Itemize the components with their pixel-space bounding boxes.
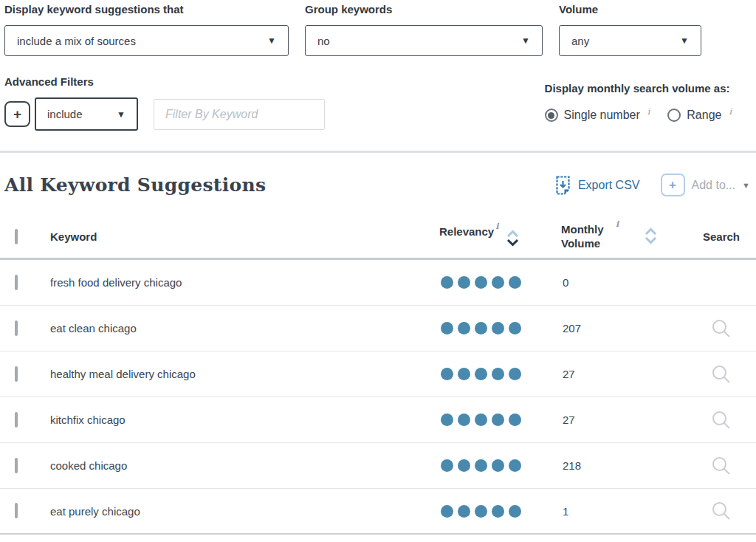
relevancy-dot (509, 505, 521, 518)
volume-display-label: Display monthly search volume as: (545, 82, 732, 95)
relevancy-dot (441, 505, 453, 518)
relevancy-dot (475, 459, 487, 472)
filter-group-dropdown[interactable]: no ▼ (305, 25, 543, 56)
info-icon[interactable]: i (495, 222, 498, 231)
keyword-text: fresh food delivery chicago (35, 276, 436, 289)
relevancy-dot (475, 368, 487, 380)
info-icon[interactable]: i (616, 219, 619, 229)
table-row: kitchfix chicago 27 (0, 397, 756, 443)
table-row: cooked chicago 218 (0, 443, 756, 489)
section-header: All Keyword Suggestions Export CSV + Add… (0, 174, 756, 196)
search-keyword-button[interactable] (710, 318, 732, 340)
row-checkbox[interactable] (15, 412, 18, 428)
search-icon (710, 318, 732, 340)
page-title: All Keyword Suggestions (4, 174, 266, 196)
table-row: healthy meal delivery chicago 27 (0, 351, 756, 397)
filter-group-label: Group keywords (305, 3, 543, 16)
filter-mode-dropdown[interactable]: include ▼ (35, 97, 138, 131)
plus-icon: + (661, 174, 685, 196)
filter-volume-value: any (571, 35, 589, 47)
column-header-search: Search (687, 230, 756, 243)
filters-row: Display keyword suggestions that include… (0, 0, 756, 56)
relevancy-dot (492, 505, 504, 518)
column-header-monthly-volume: Monthly Volume i (550, 223, 687, 251)
filter-by-keyword-input[interactable] (154, 99, 325, 130)
chevron-down-icon: ▼ (521, 36, 530, 45)
section-divider (0, 151, 756, 153)
row-checkbox[interactable] (15, 320, 18, 336)
relevancy-dots (436, 505, 550, 518)
radio-range[interactable]: Range i (667, 109, 732, 122)
row-checkbox[interactable] (15, 503, 18, 518)
search-keyword-button[interactable] (710, 363, 732, 385)
search-keyword-button[interactable] (710, 455, 732, 477)
filter-volume-dropdown[interactable]: any ▼ (559, 25, 701, 56)
relevancy-dot (492, 322, 504, 335)
relevancy-dot (475, 322, 487, 335)
info-icon[interactable]: i (647, 107, 650, 117)
search-icon (710, 409, 732, 431)
row-checkbox[interactable] (15, 458, 18, 473)
keyword-text: eat purely chicago (35, 505, 436, 518)
filter-volume-label: Volume (559, 3, 701, 16)
radio-icon (545, 109, 558, 122)
relevancy-dots (436, 459, 550, 472)
relevancy-dot (441, 459, 453, 472)
monthly-volume-value: 0 (550, 276, 687, 289)
filter-suggestions-label: Display keyword suggestions that (4, 3, 289, 16)
row-checkbox[interactable] (15, 366, 18, 382)
relevancy-dot (492, 414, 504, 426)
relevancy-dot (475, 276, 487, 289)
monthly-volume-value: 27 (550, 414, 687, 426)
relevancy-dot (458, 368, 470, 380)
relevancy-dot (458, 276, 470, 289)
search-keyword-button[interactable] (710, 500, 732, 522)
relevancy-dot (458, 459, 470, 472)
relevancy-dot (509, 459, 521, 472)
relevancy-dot (458, 414, 470, 426)
filter-suggestions: Display keyword suggestions that include… (4, 3, 289, 56)
add-to-button[interactable]: + Add to... ▼ (661, 174, 750, 196)
radio-single-number-label: Single number (564, 109, 640, 122)
sort-monthly-volume-icon[interactable] (644, 226, 658, 246)
add-filter-button[interactable]: + (4, 101, 30, 127)
select-all-checkbox[interactable] (15, 229, 18, 244)
add-to-label: Add to... (692, 179, 736, 192)
table-row: eat purely chicago 1 (0, 489, 756, 535)
advanced-filters-title: Advanced Filters (4, 75, 325, 88)
relevancy-dot (492, 368, 504, 380)
column-header-keyword: Keyword (35, 230, 436, 243)
relevancy-dot (475, 414, 487, 426)
advanced-filters-section: Advanced Filters + include ▼ Display mon… (0, 75, 756, 131)
relevancy-dot (492, 459, 504, 472)
relevancy-dot (458, 322, 470, 335)
relevancy-dot (441, 276, 453, 289)
keyword-text: healthy meal delivery chicago (35, 368, 436, 380)
relevancy-dot (475, 505, 487, 518)
keyword-suggestions-table: Keyword Relevancy i Monthly Volume i Sea… (0, 216, 756, 535)
export-csv-label: Export CSV (578, 179, 640, 192)
export-csv-icon (555, 176, 571, 195)
chevron-down-icon: ▼ (742, 181, 750, 190)
advanced-filters-left: Advanced Filters + include ▼ (4, 75, 325, 131)
chevron-down-icon: ▼ (117, 110, 126, 119)
filter-suggestions-dropdown[interactable]: include a mix of sources ▼ (4, 25, 289, 56)
volume-display-options: Display monthly search volume as: Single… (545, 75, 732, 131)
relevancy-dot (492, 276, 504, 289)
keyword-text: kitchfix chicago (35, 414, 436, 426)
row-checkbox[interactable] (15, 275, 18, 290)
keyword-text: cooked chicago (35, 459, 436, 472)
table-header-row: Keyword Relevancy i Monthly Volume i Sea… (0, 216, 756, 260)
relevancy-dots (436, 276, 550, 289)
export-csv-button[interactable]: Export CSV (555, 176, 640, 195)
relevancy-dots (436, 322, 550, 335)
search-keyword-button[interactable] (710, 409, 732, 431)
search-icon (710, 363, 732, 385)
table-row: fresh food delivery chicago 0 (0, 260, 756, 306)
info-icon[interactable]: i (729, 107, 732, 117)
sort-relevancy-icon[interactable] (506, 228, 520, 248)
keyword-text: eat clean chicago (35, 322, 436, 335)
filter-suggestions-value: include a mix of sources (17, 35, 136, 47)
column-header-relevancy: Relevancy i (436, 225, 550, 248)
radio-single-number[interactable]: Single number i (545, 109, 650, 122)
